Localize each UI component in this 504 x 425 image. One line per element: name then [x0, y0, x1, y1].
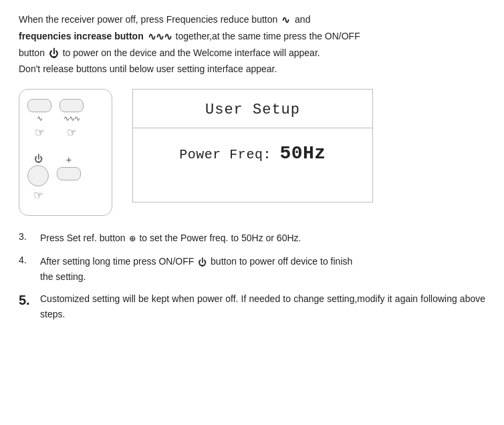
step-5-text: Customized setting will be kept when pow…	[40, 291, 485, 322]
freq-reduce-btn	[27, 99, 51, 112]
power-finger: ☞	[33, 188, 43, 202]
intro-and: and	[295, 14, 310, 25]
diagram-row: ∿ ☞ ∿∿∿ ☞ ⏻ ☞ + User Setup	[19, 89, 485, 216]
device-top-buttons: ∿ ☞ ∿∿∿ ☞	[27, 99, 104, 139]
freq-reduce-finger: ☞	[35, 126, 45, 140]
screen-power-freq: Power Freq: 50Hz	[179, 147, 326, 162]
freq-reduce-icon: ∿	[37, 114, 43, 123]
steps-list: 3. Press Set ref. button ⊕ to set the Po…	[19, 231, 485, 322]
step-4-number: 4.	[19, 254, 40, 265]
freq-reduce-group: ∿ ☞	[27, 99, 51, 139]
power-icon-inline: ⏻	[49, 45, 59, 62]
set-ref-icon: ⊕	[130, 231, 136, 247]
step-3: 3. Press Set ref. button ⊕ to set the Po…	[19, 231, 485, 247]
step-4-text: After setting long time press ON/OFF ⏻ b…	[40, 254, 485, 285]
increase-icon: ∿∿∿	[148, 29, 172, 45]
freq-increase-icon: ∿∿∿	[64, 114, 80, 123]
plus-icon-device: +	[66, 154, 72, 166]
device-bottom-buttons: ⏻ ☞ +	[27, 153, 104, 203]
power-group: ⏻ ☞	[27, 153, 49, 203]
intro-donot: Don't release buttons until below user s…	[19, 63, 277, 74]
step-3-number: 3.	[19, 231, 40, 242]
freq-increase-finger: ☞	[67, 126, 77, 140]
intro-bold: frequencies increase button	[19, 31, 144, 41]
user-setup-screen: User Setup Power Freq: 50Hz	[132, 89, 373, 202]
intro-rest: to power on the device and the Welcome i…	[63, 47, 320, 58]
device-diagram: ∿ ☞ ∿∿∿ ☞ ⏻ ☞ +	[19, 89, 112, 216]
plus-btn	[57, 167, 81, 180]
power-icon-device: ⏻	[34, 154, 43, 164]
power-freq-label: Power Freq:	[179, 147, 271, 162]
screen-title: User Setup	[205, 102, 300, 118]
reduce-icon: ∿	[281, 12, 291, 29]
power-freq-value: 50Hz	[279, 143, 326, 164]
screen-body: Power Freq: 50Hz	[133, 128, 372, 178]
screen-header: User Setup	[133, 90, 372, 128]
intro-line1: When the receiver power off, press Frequ…	[19, 14, 277, 25]
step-5-number: 5.	[19, 291, 40, 309]
step-3-text: Press Set ref. button ⊕ to set the Power…	[40, 231, 485, 247]
step-4: 4. After setting long time press ON/OFF …	[19, 254, 485, 285]
intro-paragraph: When the receiver power off, press Frequ…	[19, 12, 485, 77]
freq-increase-btn	[59, 99, 84, 112]
intro-together: together,at the same time press the ON/O…	[176, 31, 360, 41]
plus-group: +	[57, 153, 81, 180]
freq-increase-group: ∿∿∿ ☞	[59, 99, 84, 139]
onoff-icon-step4: ⏻	[198, 255, 207, 269]
step-5: 5. Customized setting will be kept when …	[19, 291, 485, 322]
power-btn	[27, 165, 49, 186]
intro-button-label: button	[19, 47, 47, 58]
